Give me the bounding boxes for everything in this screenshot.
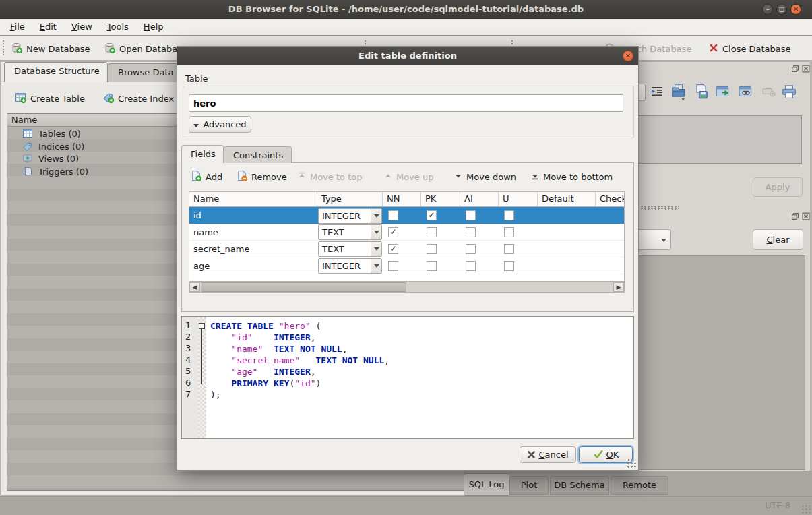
column-header-name[interactable]: Name [189, 192, 317, 206]
fold-line [201, 366, 202, 377]
pk-checkbox[interactable] [427, 261, 437, 271]
sql-line-code: ); [210, 389, 221, 400]
field-row-id[interactable]: idINTEGER✓ [189, 207, 624, 224]
dialog-titlebar[interactable]: Edit table definition ✕ [177, 47, 638, 65]
pk-checkbox[interactable] [427, 227, 437, 237]
cancel-button[interactable]: Cancel [520, 446, 576, 463]
import-icon[interactable] [670, 83, 687, 100]
field-ai-cell [460, 224, 499, 240]
dialog-resize-grip[interactable] [627, 458, 636, 468]
field-row-age[interactable]: ageINTEGER [189, 258, 624, 274]
ai-checkbox[interactable] [466, 227, 476, 237]
u-checkbox[interactable] [504, 244, 514, 254]
menu-item-help[interactable]: Help [136, 19, 171, 35]
ok-button[interactable]: OK [579, 446, 633, 463]
minimize-button[interactable]: – [762, 4, 773, 15]
sql-token: TEXT NOT NULL [274, 344, 342, 354]
chevron-down-icon[interactable] [371, 225, 381, 239]
column-header-default[interactable]: Default [538, 192, 596, 206]
bottom-tab-db-schema[interactable]: DB Schema [550, 476, 609, 495]
scroll-left-icon[interactable]: ◀ [189, 282, 200, 292]
type-combo[interactable]: TEXT [318, 241, 382, 257]
export-icon[interactable] [714, 83, 732, 100]
horizontal-scrollbar[interactable]: ◀ ▶ [189, 282, 625, 293]
move-to-bottom-button[interactable]: Move to bottom [531, 169, 613, 185]
ai-checkbox[interactable] [466, 244, 476, 254]
column-header-nn[interactable]: NN [383, 192, 421, 206]
menu-item-view[interactable]: View [64, 19, 100, 35]
null-icon[interactable] [760, 83, 778, 100]
remove-button[interactable]: Remove [236, 169, 287, 185]
menu-item-edit[interactable]: Edit [32, 19, 64, 35]
dock-close-icon[interactable] [802, 212, 810, 220]
type-combo[interactable]: INTEGER [318, 258, 382, 274]
create-index-button[interactable]: Create Index [102, 90, 174, 107]
u-checkbox[interactable] [504, 227, 514, 237]
close-database-button[interactable]: Close Database [709, 40, 791, 57]
type-combo[interactable]: TEXT [318, 224, 382, 240]
open-database-button[interactable]: Open Database [104, 40, 187, 57]
save-icon[interactable] [693, 83, 710, 100]
fold-marker-icon[interactable]: − [199, 323, 205, 329]
close-window-button[interactable]: ✕ [790, 4, 801, 15]
move-up-button[interactable]: Move up [384, 169, 434, 185]
dock-separator-handle[interactable] [640, 206, 679, 210]
menu-item-file[interactable]: File [3, 19, 32, 35]
link-icon[interactable] [737, 83, 755, 100]
column-header-u[interactable]: U [499, 192, 538, 206]
nn-checkbox[interactable] [388, 261, 398, 271]
menu-item-tools[interactable]: Tools [100, 19, 136, 35]
tab-database-structure[interactable]: Database Structure [4, 62, 108, 82]
bottom-tab-sql-log[interactable]: SQL Log [464, 473, 509, 496]
create-table-button[interactable]: Create Table [15, 90, 85, 107]
ai-checkbox[interactable] [466, 261, 476, 271]
indent-icon[interactable] [648, 83, 666, 100]
chevron-down-icon[interactable] [371, 259, 381, 273]
field-row-secret_name[interactable]: secret_nameTEXT✓ [189, 241, 624, 258]
column-header-type[interactable]: Type [317, 192, 383, 206]
dialog-tab-constraints[interactable]: Constraints [224, 146, 292, 163]
bottom-tab-plot[interactable]: Plot [509, 476, 549, 495]
ai-checkbox[interactable] [466, 210, 476, 220]
pk-checkbox[interactable] [427, 244, 437, 254]
field-row-name[interactable]: nameTEXT✓ [189, 224, 624, 241]
scroll-right-icon[interactable]: ▶ [613, 282, 624, 292]
u-checkbox[interactable] [504, 261, 514, 271]
u-checkbox[interactable] [504, 210, 514, 220]
nn-checkbox[interactable]: ✓ [388, 227, 398, 237]
nn-checkbox[interactable]: ✓ [388, 244, 398, 254]
view-icon [22, 153, 34, 164]
move-down-button[interactable]: Move down [454, 169, 516, 185]
clear-button[interactable]: Clear [753, 229, 803, 250]
chevron-down-icon[interactable] [371, 209, 381, 223]
nn-checkbox[interactable] [388, 210, 398, 220]
column-header-ai[interactable]: AI [460, 192, 499, 206]
apply-button[interactable]: Apply [753, 177, 803, 197]
field-ai-cell [460, 241, 499, 257]
type-combo[interactable]: INTEGER [318, 208, 382, 224]
sql-token: "id" [231, 332, 252, 342]
dialog-tab-fields[interactable]: Fields [181, 145, 224, 163]
sql-line-number: 4 [182, 355, 195, 365]
resize-grip[interactable] [801, 504, 811, 514]
column-header-pk[interactable]: PK [421, 192, 460, 206]
dialog-close-icon[interactable]: ✕ [623, 51, 633, 61]
toolbar-grip[interactable] [2, 40, 5, 56]
fold-line [201, 377, 202, 384]
new-database-button[interactable]: New Database [11, 40, 90, 57]
maximize-button[interactable]: ◻ [776, 4, 787, 15]
dock-float-icon[interactable] [791, 65, 799, 73]
chevron-down-icon[interactable] [371, 242, 381, 256]
print-icon[interactable] [780, 83, 798, 100]
pk-checkbox[interactable]: ✓ [427, 210, 437, 220]
scrollbar-thumb[interactable] [201, 282, 406, 292]
bottom-tab-remote[interactable]: Remote [611, 476, 668, 495]
advanced-button[interactable]: Advanced [189, 116, 251, 133]
column-header-check[interactable]: Check [596, 192, 625, 206]
dock-close-icon[interactable] [802, 65, 810, 73]
table-name-input[interactable] [189, 94, 623, 112]
dock-float-icon[interactable] [791, 212, 799, 220]
move-to-top-button[interactable]: Move to top [298, 169, 362, 185]
add-button[interactable]: Add [190, 169, 222, 185]
tab-browse-data[interactable]: Browse Data [108, 63, 187, 82]
